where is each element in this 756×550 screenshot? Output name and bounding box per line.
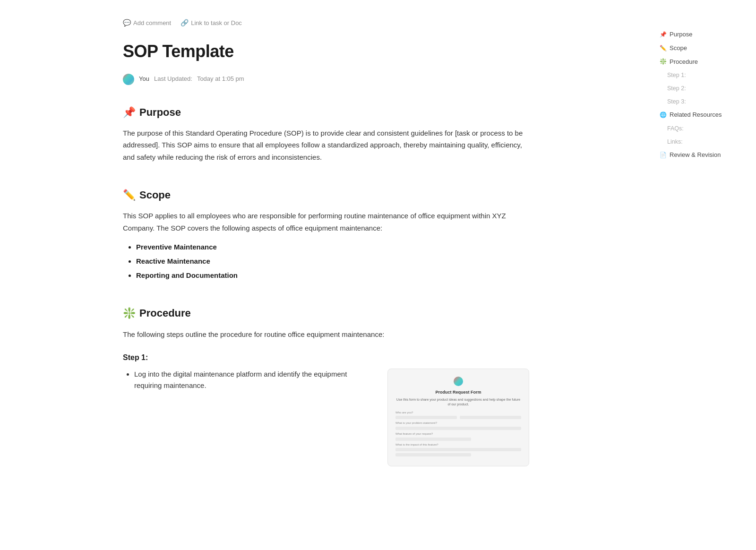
procedure-intro: The following steps outline the procedur… <box>123 328 529 341</box>
toc-review-label: Review & Revision <box>670 150 721 160</box>
avatar <box>123 74 134 85</box>
form-preview-title: Product Request Form <box>395 389 521 395</box>
scope-emoji: ✏️ <box>123 187 136 203</box>
procedure-heading-text: Procedure <box>139 305 191 321</box>
toc-item-procedure[interactable]: ❇️ Procedure <box>657 56 747 69</box>
toc-purpose-label: Purpose <box>670 30 692 40</box>
step-1-text: Log into the digital maintenance platfor… <box>123 369 373 391</box>
toc-scope-label: Scope <box>670 43 687 53</box>
meta-row: You Last Updated: Today at 1:05 pm <box>123 74 529 85</box>
link-task-label: Link to task or Doc <box>191 19 242 26</box>
last-updated-label: Last Updated: <box>154 74 192 84</box>
author-label: You <box>139 74 149 84</box>
form-field-label-2: What is your problem statement? <box>395 421 521 426</box>
scope-heading-text: Scope <box>139 187 171 203</box>
procedure-emoji: ❇️ <box>123 305 136 321</box>
page-title: SOP Template <box>123 38 529 65</box>
scope-heading: ✏️ Scope <box>123 187 529 203</box>
form-preview-field-5 <box>395 448 521 451</box>
scope-intro: This SOP applies to all employees who ar… <box>123 210 529 234</box>
form-preview-field-3 <box>395 427 521 430</box>
toc-review-emoji: 📄 <box>660 151 667 160</box>
toc-step2-label: Step 2: <box>667 84 686 93</box>
toc-item-related[interactable]: 🌐 Related Resources <box>657 109 747 121</box>
form-field-label-1: Who are you? <box>395 411 521 415</box>
sidebar-toc: 📌 Purpose ✏️ Scope ❇️ Procedure Step 1: … <box>652 0 756 191</box>
procedure-heading: ❇️ Procedure <box>123 305 529 321</box>
add-comment-button[interactable]: 💬 Add comment <box>123 19 171 26</box>
toc-item-faqs[interactable]: FAQs: <box>657 122 747 135</box>
purpose-heading: 📌 Purpose <box>123 104 529 120</box>
toc-item-step2[interactable]: Step 2: <box>657 82 747 95</box>
toc-item-review[interactable]: 📄 Review & Revision <box>657 149 747 162</box>
page-wrapper: 💬 Add comment 🔗 Link to task or Doc SOP … <box>0 0 756 550</box>
form-field-label-3: What feature of your request? <box>395 432 521 437</box>
last-updated-value: Today at 1:05 pm <box>197 74 244 84</box>
toolbar: 💬 Add comment 🔗 Link to task or Doc <box>123 19 529 26</box>
step-1-content: Log into the digital maintenance platfor… <box>123 369 529 466</box>
form-preview-row-1 <box>395 416 521 419</box>
toc-faqs-label: FAQs: <box>667 124 684 133</box>
toc-purpose-emoji: 📌 <box>660 30 667 39</box>
purpose-body: The purpose of this Standard Operating P… <box>123 127 529 163</box>
toc-procedure-emoji: ❇️ <box>660 57 667 66</box>
link-icon: 🔗 <box>180 19 189 26</box>
add-comment-label: Add comment <box>133 19 171 26</box>
scope-section: ✏️ Scope This SOP applies to all employe… <box>123 187 529 281</box>
form-preview-field-2 <box>460 416 521 419</box>
procedure-section: ❇️ Procedure The following steps outline… <box>123 305 529 466</box>
form-preview-subtitle: Use this form to share your product idea… <box>395 397 521 407</box>
main-content: 💬 Add comment 🔗 Link to task or Doc SOP … <box>94 0 558 550</box>
toc-links-label: Links: <box>667 137 683 146</box>
purpose-emoji: 📌 <box>123 104 136 120</box>
toc-step1-label: Step 1: <box>667 70 686 80</box>
step-1-heading: Step 1: <box>123 352 529 364</box>
step-1-block: Step 1: Log into the digital maintenance… <box>123 352 529 466</box>
form-preview-field-4 <box>395 438 471 441</box>
toc-item-purpose[interactable]: 📌 Purpose <box>657 28 747 41</box>
comment-icon: 💬 <box>123 19 131 26</box>
link-task-button[interactable]: 🔗 Link to task or Doc <box>180 19 242 26</box>
toc-step3-label: Step 3: <box>667 97 686 106</box>
toc-item-step1[interactable]: Step 1: <box>657 69 747 81</box>
toc-item-links[interactable]: Links: <box>657 136 747 148</box>
toc-related-emoji: 🌐 <box>660 111 667 120</box>
form-field-label-4: What is the impact of this feature? <box>395 443 521 447</box>
bullet-item-1: Preventive Maintenance <box>136 241 529 253</box>
toc-scope-emoji: ✏️ <box>660 44 667 53</box>
step-1-item: Log into the digital maintenance platfor… <box>134 369 373 391</box>
purpose-section: 📌 Purpose The purpose of this Standard O… <box>123 104 529 163</box>
form-preview-field-6 <box>395 453 471 456</box>
bullet-item-3: Reporting and Documentation <box>136 270 529 281</box>
form-preview-field-1 <box>395 416 457 419</box>
toc-related-label: Related Resources <box>670 110 722 120</box>
toc-item-step3[interactable]: Step 3: <box>657 95 747 108</box>
toc-procedure-label: Procedure <box>670 57 698 67</box>
form-preview: Product Request Form Use this form to sh… <box>388 369 529 466</box>
scope-bullet-list: Preventive Maintenance Reactive Maintena… <box>123 241 529 281</box>
form-preview-avatar <box>454 377 463 386</box>
step-1-image: Product Request Form Use this form to sh… <box>387 369 529 466</box>
toc-item-scope[interactable]: ✏️ Scope <box>657 42 747 55</box>
purpose-heading-text: Purpose <box>139 104 181 120</box>
bullet-item-2: Reactive Maintenance <box>136 256 529 267</box>
